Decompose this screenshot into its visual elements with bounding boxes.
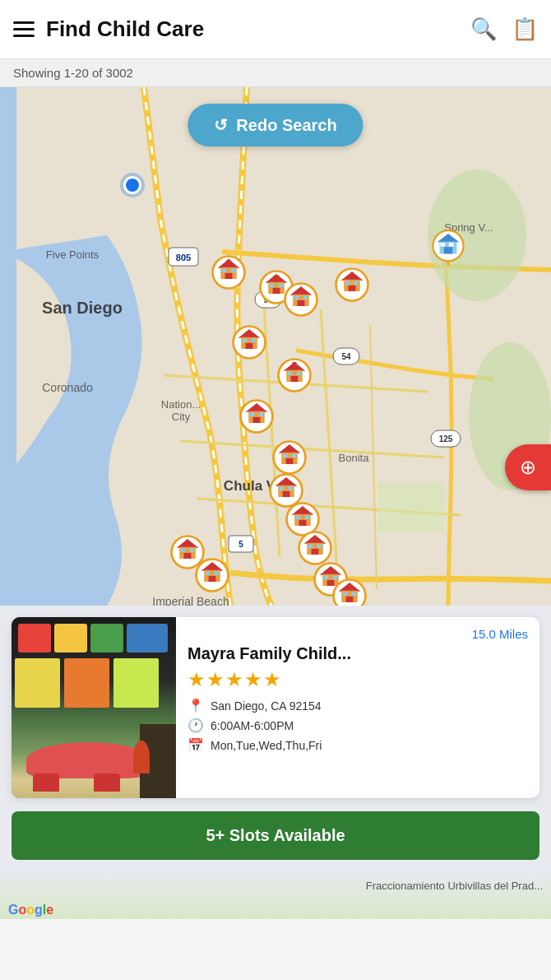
svg-rect-78 (250, 413, 254, 416)
redo-search-button[interactable]: ↺ Redo Search (188, 104, 363, 146)
svg-rect-77 (253, 417, 261, 423)
svg-rect-52 (349, 286, 356, 291)
bottom-map-address: Fraccionamiento Urbivillas del Prad... (366, 880, 543, 892)
svg-rect-126 (343, 592, 347, 596)
svg-rect-91 (289, 487, 293, 490)
map-marker[interactable] (210, 253, 248, 291)
svg-rect-108 (206, 572, 210, 575)
svg-rect-103 (190, 549, 194, 552)
svg-rect-46 (298, 300, 305, 306)
svg-rect-89 (283, 491, 290, 497)
svg-rect-35 (227, 259, 230, 265)
svg-rect-40 (270, 284, 274, 287)
svg-text:City: City (172, 411, 191, 423)
svg-rect-90 (280, 487, 284, 490)
clock-icon: 🕐 (188, 718, 204, 733)
svg-rect-120 (324, 576, 328, 579)
svg-rect-58 (444, 247, 452, 253)
svg-rect-107 (209, 576, 216, 582)
map-marker[interactable] (193, 556, 231, 594)
map-marker[interactable] (333, 266, 371, 304)
listing-days: 📅 Mon,Tue,Wed,Thu,Fri (188, 737, 528, 753)
svg-rect-84 (283, 454, 287, 457)
svg-rect-48 (303, 296, 308, 300)
svg-rect-79 (259, 413, 263, 416)
svg-rect-64 (246, 343, 253, 349)
svg-rect-95 (299, 520, 307, 526)
svg-rect-71 (288, 372, 292, 375)
svg-rect-96 (296, 516, 300, 519)
svg-rect-54 (354, 281, 359, 285)
listing-hours: 🕐 6:00AM-6:00PM (188, 718, 528, 733)
google-logo: Google (8, 903, 53, 917)
svg-text:Bonita: Bonita (339, 452, 370, 464)
listing-stars: ★★★★★ (188, 668, 528, 691)
svg-text:54: 54 (341, 352, 351, 361)
svg-text:Coronado: Coronado (42, 381, 93, 394)
calendar-icon: 📅 (188, 737, 204, 753)
map-marker-highlight[interactable] (429, 229, 467, 267)
map-marker[interactable] (276, 356, 313, 394)
svg-rect-53 (345, 281, 350, 285)
listing-card-content: 15.0 Miles Mayra Family Child... ★★★★★ 📍… (176, 617, 539, 798)
results-count: Showing 1-20 of 3002 (13, 66, 133, 80)
svg-rect-83 (286, 458, 294, 464)
search-icon[interactable]: 🔍 (470, 16, 497, 42)
svg-rect-125 (346, 597, 354, 602)
target-icon: ⊕ (520, 456, 536, 479)
svg-text:5: 5 (238, 540, 243, 549)
listing-card[interactable]: 15.0 Miles Mayra Family Child... ★★★★★ 📍… (12, 617, 539, 798)
map-marker[interactable] (282, 281, 320, 318)
svg-rect-47 (294, 296, 299, 300)
svg-rect-102 (181, 549, 185, 552)
svg-rect-109 (215, 572, 219, 575)
map-marker[interactable] (230, 323, 268, 361)
svg-rect-127 (352, 592, 356, 596)
svg-rect-66 (252, 339, 256, 342)
svg-marker-42 (273, 276, 279, 280)
svg-rect-1 (0, 87, 16, 606)
redo-search-label: Redo Search (236, 116, 336, 135)
svg-rect-70 (291, 376, 299, 382)
results-bar: Showing 1-20 of 3002 (0, 59, 551, 87)
slots-available-button[interactable]: 5+ Slots Available (12, 811, 539, 860)
svg-text:San Diego: San Diego (42, 299, 123, 317)
svg-rect-31 (225, 273, 233, 279)
current-location-dot (123, 176, 141, 194)
listing-distance: 15.0 Miles (188, 627, 528, 641)
menu-icon[interactable] (13, 21, 35, 37)
svg-rect-60 (449, 243, 454, 246)
location-icon: 📍 (188, 698, 204, 713)
header-right: 🔍 📋 (470, 16, 538, 42)
svg-rect-101 (184, 553, 192, 559)
locate-me-button[interactable]: ⊕ (505, 444, 551, 490)
map-container: 805 5 5 94 54 125 905 San Diego Coronado… (0, 87, 551, 606)
bottom-map-strip: Google Fraccionamiento Urbivillas del Pr… (0, 871, 551, 919)
listing-address: 📍 San Diego, CA 92154 (188, 698, 528, 713)
svg-rect-32 (222, 269, 226, 272)
clipboard-icon[interactable]: 📋 (512, 16, 538, 42)
app-header: Find Child Care 🔍 📋 (0, 0, 551, 59)
listing-name: Mayra Family Child... (188, 644, 528, 663)
map-marker[interactable] (238, 397, 276, 435)
svg-text:Five Points: Five Points (46, 248, 100, 261)
svg-rect-113 (312, 549, 319, 555)
page-title: Find Child Care (46, 16, 204, 42)
header-left: Find Child Care (13, 16, 204, 42)
svg-rect-114 (308, 545, 313, 548)
redo-icon: ↺ (214, 115, 228, 135)
svg-text:Imperial Beach: Imperial Beach (152, 595, 229, 606)
listing-card-section: 15.0 Miles Mayra Family Child... ★★★★★ 📍… (0, 606, 551, 871)
svg-rect-4 (378, 482, 444, 532)
svg-rect-33 (231, 269, 235, 272)
svg-rect-65 (243, 339, 247, 342)
svg-rect-39 (273, 288, 280, 294)
svg-rect-97 (305, 516, 309, 519)
svg-text:125: 125 (439, 434, 453, 444)
svg-text:Nation...: Nation... (161, 398, 201, 411)
svg-rect-59 (440, 243, 445, 246)
svg-text:805: 805 (176, 253, 191, 262)
svg-rect-72 (297, 372, 301, 375)
map-marker[interactable] (331, 577, 368, 606)
svg-rect-115 (317, 545, 322, 548)
